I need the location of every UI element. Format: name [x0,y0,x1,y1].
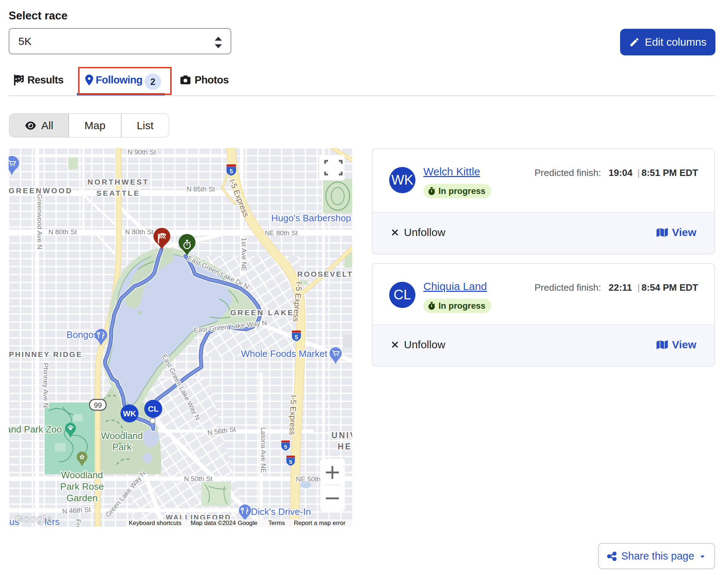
svg-text:Woodland: Woodland [61,470,103,480]
svg-text:5: 5 [284,444,287,450]
svg-text:Garden: Garden [67,493,98,503]
svg-text:CL: CL [148,404,158,413]
svg-text:5: 5 [289,459,292,465]
svg-text:I-5 Express: I-5 Express [288,395,298,435]
svg-text:Whole Foods Market: Whole Foods Market [241,348,328,359]
svg-text:Latona Ave NE: Latona Ave NE [260,427,267,473]
svg-text:PHINNEY RIDGE: PHINNEY RIDGE [9,350,82,358]
svg-text:SEATTLE: SEATTLE [96,189,140,197]
svg-text:Woodland: Woodland [101,430,143,441]
svg-text:Park: Park [112,442,132,452]
svg-text:WK: WK [123,409,136,418]
svg-text:N 80th St: N 80th St [125,228,154,236]
svg-text:Terms: Terms [268,520,285,526]
svg-text:NE 80th St: NE 80th St [265,229,298,237]
svg-text:GREEN LAKE: GREEN LAKE [230,308,294,317]
svg-text:UNIV: UNIV [332,431,352,440]
svg-text:Greenwood Ave N: Greenwood Ave N [36,194,44,249]
svg-text:Dick's Drive-In: Dick's Drive-In [251,506,311,517]
svg-text:NORTHWEST: NORTHWEST [87,178,149,186]
svg-text:ROOSEVELT: ROOSEVELT [297,270,352,278]
svg-text:N 50th St: N 50th St [184,475,213,483]
svg-text:and Park Zoo: and Park Zoo [9,424,62,435]
svg-text:NE 50th: NE 50th [296,475,321,483]
svg-text:1st Ave NE: 1st Ave NE [240,237,248,271]
svg-text:Phinney Ave N: Phinney Ave N [42,363,50,408]
svg-text:Google: Google [15,513,52,524]
svg-text:HEI: HEI [338,442,352,451]
svg-text:5: 5 [229,168,233,175]
svg-text:Hugo's Barbershop: Hugo's Barbershop [271,213,351,223]
svg-text:Report a map error: Report a map error [294,520,346,526]
svg-text:N 90th St: N 90th St [127,148,156,156]
svg-text:N 80th St: N 80th St [48,228,77,236]
svg-text:99: 99 [94,401,102,409]
svg-text:Map data ©2024 Google: Map data ©2024 Google [191,520,258,526]
svg-text:Fre: Fre [74,519,82,527]
svg-text:Park Rose: Park Rose [60,481,104,492]
svg-text:Bongos: Bongos [67,329,98,340]
svg-text:5: 5 [295,334,298,340]
svg-text:GREENWOOD: GREENWOOD [9,186,73,195]
svg-text:N 85th St: N 85th St [186,185,215,193]
svg-text:Keyboard shortcuts: Keyboard shortcuts [129,520,181,526]
